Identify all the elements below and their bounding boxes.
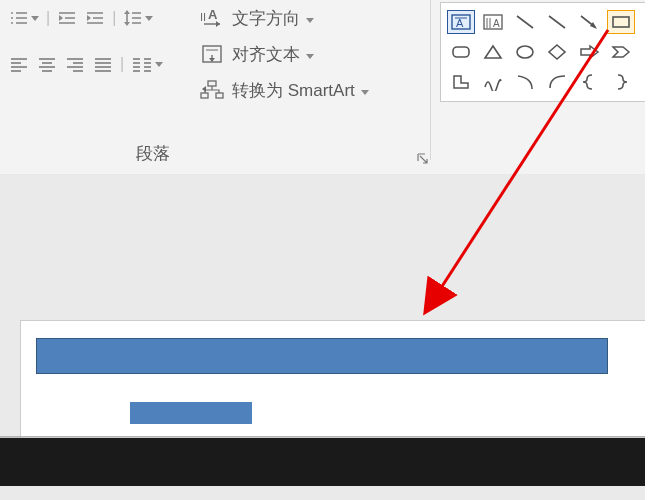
svg-marker-6 [31, 16, 39, 21]
chevron-down-icon [306, 44, 314, 64]
svg-marker-14 [87, 15, 91, 21]
triangle-icon[interactable] [479, 40, 507, 64]
line-spacing-button[interactable] [122, 6, 154, 30]
oval-icon[interactable] [511, 40, 539, 64]
svg-rect-74 [453, 47, 469, 57]
svg-marker-56 [306, 54, 314, 59]
align-left-button[interactable] [8, 52, 30, 76]
convert-smartart-label: 转换为 SmartArt [232, 79, 355, 102]
svg-marker-61 [361, 90, 369, 95]
paragraph-group: | | | [0, 0, 185, 150]
align-right-button[interactable] [64, 52, 86, 76]
svg-rect-73 [613, 17, 629, 27]
paragraph-group-label: 段落 [136, 142, 170, 165]
svg-marker-19 [124, 10, 130, 14]
logo-mask-rect [130, 402, 252, 424]
svg-line-70 [549, 16, 565, 28]
align-center-button[interactable] [36, 52, 58, 76]
increase-indent-button[interactable] [84, 6, 106, 30]
arrow-line-icon[interactable] [575, 10, 603, 34]
group-separator [430, 0, 431, 160]
align-text-button[interactable]: 对齐文本 [198, 36, 428, 72]
svg-marker-50 [216, 21, 220, 27]
dialog-launcher-button[interactable] [416, 147, 430, 171]
svg-marker-77 [549, 45, 565, 59]
svg-marker-51 [306, 18, 314, 23]
left-brace-icon[interactable] [575, 70, 603, 94]
line-icon[interactable] [511, 10, 539, 34]
svg-text:A: A [493, 18, 500, 29]
svg-marker-46 [155, 62, 163, 67]
l-shape-icon[interactable] [447, 70, 475, 94]
svg-marker-20 [124, 22, 130, 26]
chevron-down-icon [361, 80, 369, 100]
decrease-indent-button[interactable] [56, 6, 78, 30]
svg-point-76 [517, 46, 533, 58]
svg-line-69 [517, 16, 533, 28]
line-icon[interactable] [543, 10, 571, 34]
diamond-icon[interactable] [543, 40, 571, 64]
inserted-rectangle-shape[interactable] [36, 338, 608, 374]
right-arrow-icon[interactable] [575, 40, 603, 64]
scribble-icon[interactable] [479, 70, 507, 94]
chevron-down-icon [31, 16, 39, 21]
arc-icon[interactable] [543, 70, 571, 94]
columns-button[interactable] [130, 52, 164, 76]
shapes-gallery[interactable]: A A [440, 2, 648, 102]
text-group: IIA 文字方向 对齐文本 转换为 SmartArt [198, 0, 428, 108]
rectangle-icon[interactable] [607, 10, 635, 34]
svg-text:II: II [200, 11, 206, 23]
vertical-text-box-icon[interactable]: A [479, 10, 507, 34]
svg-text:A: A [456, 17, 464, 29]
svg-rect-59 [216, 93, 223, 98]
text-box-icon[interactable]: A [447, 10, 475, 34]
chevron-down-icon [306, 8, 314, 28]
svg-marker-21 [145, 16, 153, 21]
convert-smartart-button[interactable]: 转换为 SmartArt [198, 72, 428, 108]
align-text-icon [198, 44, 226, 64]
svg-text:A: A [208, 7, 218, 22]
bullets-split-button[interactable] [8, 6, 40, 30]
svg-marker-75 [485, 46, 501, 58]
chevron-down-icon [145, 16, 153, 21]
text-direction-icon: IIA [198, 7, 226, 29]
smartart-icon [198, 80, 226, 100]
chevron-down-icon [155, 62, 163, 67]
chevron-icon[interactable] [607, 40, 635, 64]
watermark-logo: Lidesoft® [130, 400, 223, 427]
text-direction-label: 文字方向 [232, 7, 300, 30]
rounded-rect-icon[interactable] [447, 40, 475, 64]
arc-icon[interactable] [511, 70, 539, 94]
svg-rect-58 [201, 93, 208, 98]
svg-marker-10 [59, 15, 63, 21]
bottom-dark-band [0, 438, 650, 486]
text-direction-button[interactable]: IIA 文字方向 [198, 0, 428, 36]
svg-rect-57 [208, 81, 216, 86]
right-brace-icon[interactable] [607, 70, 635, 94]
align-text-label: 对齐文本 [232, 43, 300, 66]
svg-marker-60 [202, 86, 206, 92]
align-justify-button[interactable] [92, 52, 114, 76]
